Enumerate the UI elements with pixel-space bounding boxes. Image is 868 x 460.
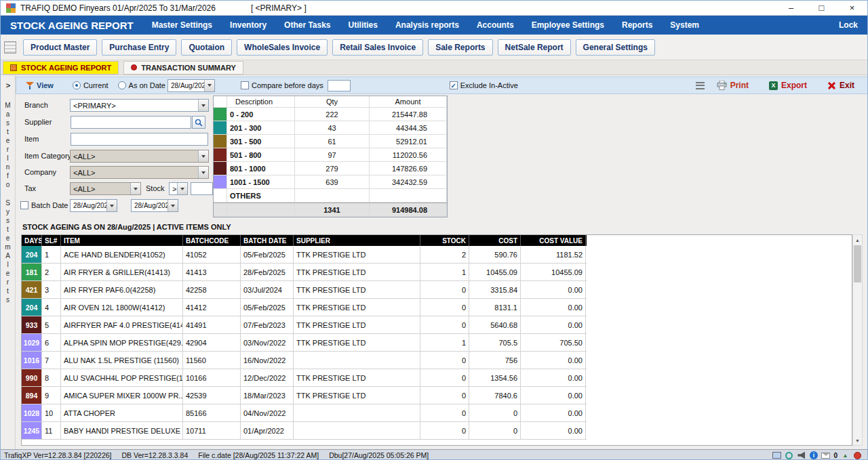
tray-power-icon[interactable] — [854, 452, 861, 459]
wholesales-invoice-button[interactable]: WholeSales Invoice — [237, 39, 328, 56]
tray-sync-icon[interactable] — [785, 452, 793, 459]
stock-table-row[interactable]: 2041ACE HAND BLENDER(41052)4105205/Feb/2… — [22, 246, 587, 264]
radio-current[interactable] — [73, 81, 81, 89]
bucket-range: 201 - 300 — [227, 121, 295, 134]
col-cost-header[interactable]: COST — [469, 235, 521, 246]
menu-item-employee-settings[interactable]: Employee Settings — [523, 20, 613, 30]
tray-mail-icon[interactable] — [821, 453, 830, 459]
exclude-inactive-checkbox[interactable] — [450, 81, 458, 89]
sidebar-item-system-alerts[interactable]: SystemAlerts — [4, 199, 12, 305]
menu-item-lock[interactable]: Lock — [829, 20, 867, 30]
close-button[interactable]: × — [837, 1, 867, 16]
menu-item-accounts[interactable]: Accounts — [468, 20, 523, 30]
stock-table-row[interactable]: 10296ALPHA SPIN MOP PRESTIGE(429...42904… — [22, 334, 587, 352]
tray-up-arrow-icon[interactable]: ▲ — [841, 451, 850, 460]
col-cost-value-header[interactable]: COST VALUE — [521, 235, 586, 246]
stock-table-row[interactable]: 124511BABY HANDI PRESTIGE DELUXE ...1071… — [22, 422, 587, 440]
retail-sales-invoice-button[interactable]: Retail Sales Invoice — [332, 39, 423, 56]
menu-item-reports[interactable]: Reports — [613, 20, 661, 30]
menu-item-system[interactable]: System — [661, 20, 708, 30]
menu-item-inventory[interactable]: Inventory — [221, 20, 275, 30]
stock-table-row[interactable]: 8949AMICA SUPER MIXER 1000W PR...4253918… — [22, 387, 587, 404]
print-button[interactable]: Print — [717, 81, 749, 90]
menu-item-utilities[interactable]: Utilities — [340, 20, 387, 30]
radio-as-on-date-label[interactable]: As on Date — [129, 81, 165, 89]
chevron-down-icon[interactable] — [167, 200, 178, 211]
compare-before-days-label[interactable]: Compare before days — [252, 81, 323, 89]
item-category-select[interactable]: <ALL> — [70, 150, 209, 163]
col-stock-header[interactable]: STOCK — [420, 235, 469, 246]
col-supplier-header[interactable]: SUPPLIER — [294, 235, 420, 246]
col-batchcode-header[interactable]: BATCHCODE — [183, 235, 241, 246]
stock-table-row[interactable]: 102810ATTA CHOPER8516604/Nov/2022000.00 — [22, 404, 587, 422]
purchase-entry-button[interactable]: Purchase Entry — [102, 39, 176, 56]
item-input[interactable] — [71, 133, 208, 146]
stock-qty-input[interactable] — [191, 182, 213, 195]
chevron-down-icon[interactable] — [106, 200, 117, 211]
tray-info-icon[interactable]: i — [810, 451, 818, 459]
supplier-input[interactable] — [71, 116, 191, 129]
chevron-down-icon[interactable] — [198, 150, 208, 162]
panel-expand-button[interactable]: > — [1, 79, 16, 92]
exclude-inactive-label[interactable]: Exclude In-Active — [460, 81, 518, 89]
tray-volume-icon[interactable] — [797, 452, 805, 459]
minimize-button[interactable]: – — [776, 1, 806, 16]
list-icon[interactable] — [696, 82, 705, 89]
radio-as-on-date[interactable] — [118, 81, 126, 89]
compare-days-input[interactable] — [328, 80, 351, 91]
supplier-search-button[interactable] — [192, 116, 205, 129]
batch-date-cell: 04/Nov/2022 — [241, 404, 294, 421]
batch-date-from-select[interactable]: 28/Aug/2025 — [70, 199, 117, 212]
sale-reports-button[interactable]: Sale Reports — [428, 39, 492, 56]
bucket-color-swatch — [214, 189, 227, 202]
col-item-header[interactable]: ITEM — [61, 235, 183, 246]
chevron-down-icon[interactable] — [198, 100, 208, 111]
menu-item-master-settings[interactable]: Master Settings — [143, 20, 221, 30]
as-on-date-select[interactable]: 28/Aug/2025 — [167, 79, 215, 92]
chevron-down-icon[interactable] — [198, 167, 208, 178]
product-master-button[interactable]: Product Master — [23, 39, 97, 56]
company-select[interactable]: <ALL> — [70, 166, 209, 179]
grid-vertical-scrollbar[interactable]: ▲ ▼ — [852, 234, 863, 446]
export-button[interactable]: X Export — [769, 81, 807, 90]
exit-label: Exit — [840, 81, 854, 90]
general-settings-button[interactable]: General Settings — [576, 39, 655, 56]
branch-select[interactable]: <PRIMARY> — [70, 99, 209, 112]
radio-current-label[interactable]: Current — [83, 81, 108, 89]
cost-cell: 590.76 — [469, 246, 521, 263]
bucket-amount: 44344.35 — [370, 121, 447, 134]
menu-item-other-tasks[interactable]: Other Tasks — [275, 20, 339, 30]
tax-value: <ALL> — [71, 185, 130, 193]
col-days-header[interactable]: DAYS — [22, 235, 42, 246]
scroll-up-arrow-icon[interactable]: ▲ — [853, 235, 862, 245]
scrollbar-thumb[interactable] — [854, 245, 861, 283]
stock-table-row[interactable]: 2044AIR OVEN 12L 1800W(41412)4141205/Feb… — [22, 299, 587, 316]
tray-display-icon[interactable] — [772, 452, 781, 459]
stock-table-row[interactable]: 9908ALU SVACHH4L POP PRESTIGE(1...101661… — [22, 369, 587, 387]
toolbar-grid-icon[interactable] — [4, 41, 16, 54]
stock-operator-select[interactable]: > — [169, 182, 188, 195]
maximize-button[interactable]: □ — [806, 1, 837, 16]
batch-date-checkbox[interactable] — [20, 201, 28, 209]
sidebar-item-master-info[interactable]: MasterInfo — [4, 102, 12, 190]
stock-table-row[interactable]: 9335AIRFRYER PAF 4.0 PRESTIGE(414...4149… — [22, 316, 587, 334]
status-segment: Dbu[27/Aug/2025 05:05:26 PM] — [329, 451, 429, 459]
stock-table-row[interactable]: 4213AIR FRYER PAF6.0(42258)4225803/Jul/2… — [22, 281, 587, 299]
chevron-down-icon[interactable] — [130, 183, 140, 194]
tab-stock-ageing-report[interactable]: STOCK AGEING REPORT — [3, 61, 119, 75]
scroll-down-arrow-icon[interactable]: ▼ — [853, 436, 862, 445]
netsale-report-button[interactable]: NetSale Report — [498, 39, 571, 56]
stock-table-row[interactable]: 10167ALU NAK 1.5L PRESTIGE (11560)115601… — [22, 352, 587, 369]
tax-select[interactable]: <ALL> — [70, 182, 141, 195]
quotation-button[interactable]: Quotaion — [181, 39, 232, 56]
tab-transaction-summary[interactable]: TRANSACTION SUMMARY — [123, 61, 243, 75]
col-batch-date-header[interactable]: BATCH DATE — [241, 235, 294, 246]
col-sl-header[interactable]: SL# — [42, 235, 61, 246]
compare-before-days-checkbox[interactable] — [241, 81, 249, 89]
stock-table-row[interactable]: 1812AIR FRYER & GRILLER(41413)4141328/Fe… — [22, 264, 587, 281]
chevron-down-icon[interactable] — [204, 80, 214, 91]
batch-date-to-select[interactable]: 28/Aug/2025 — [131, 199, 178, 212]
exit-button[interactable]: Exit — [827, 81, 854, 90]
chevron-down-icon[interactable] — [177, 183, 187, 194]
menu-item-analysis-reports[interactable]: Analysis reports — [387, 20, 468, 30]
